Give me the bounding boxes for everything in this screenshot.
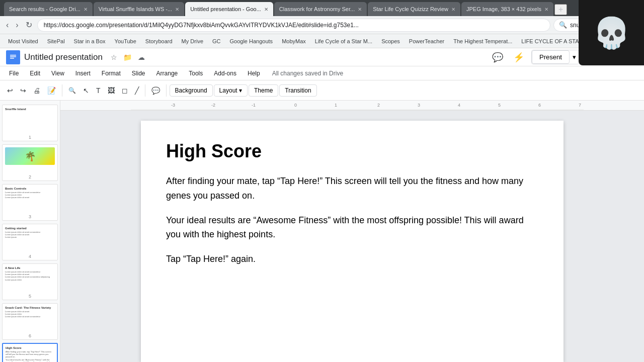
close-tab-2[interactable]: ✕: [175, 7, 179, 12]
comments-icon[interactable]: 💬: [489, 50, 506, 65]
slide-canvas-wrapper: High Score After finding your mate, tap …: [60, 111, 644, 362]
bookmark-most-visited[interactable]: Most Visited: [4, 37, 42, 46]
reload-button[interactable]: ↻: [24, 18, 34, 32]
close-tab-3[interactable]: ✕: [264, 7, 268, 12]
toolbar-print[interactable]: 🖨: [30, 84, 43, 97]
bookmark-highest-temp[interactable]: The Highest Temperat...: [449, 37, 516, 46]
slide-body: After finding your mate, tap “Tap Here!”…: [166, 174, 538, 266]
bookmark-scopes[interactable]: Scopes: [377, 37, 404, 46]
toolbar-select[interactable]: ↖: [80, 84, 92, 97]
tab-label-4: Classwork for Astronomy Ser...: [279, 6, 355, 12]
browser-tab-4[interactable]: Classwork for Astronomy Ser... ✕: [274, 2, 367, 16]
back-button[interactable]: ‹: [4, 19, 11, 32]
bookmark-gc[interactable]: GC: [208, 37, 225, 46]
present-dropdown[interactable]: ▾: [570, 51, 579, 63]
present-label: Present: [539, 53, 562, 61]
slide-6-content: Snack Card: The Fitness Variety Lorem ip…: [4, 305, 56, 332]
menu-view[interactable]: View: [46, 68, 69, 79]
slide-thumb-5[interactable]: A New Life Lorem ipsum dolor sit amet co…: [2, 263, 58, 300]
slide-thumb-2[interactable]: 🌴 2: [2, 144, 58, 181]
slide-5-content: A New Life Lorem ipsum dolor sit amet co…: [4, 265, 56, 293]
separator-1: [62, 84, 62, 97]
tab-label-5: Star Life Cycle Quizizz Review: [373, 6, 448, 12]
slide-thumb-6[interactable]: Snack Card: The Fitness Variety Lorem ip…: [2, 303, 58, 340]
toolbar-zoom[interactable]: 🔍: [65, 85, 79, 96]
toolbar-line[interactable]: ╱: [132, 84, 142, 97]
tab-label-6: JPEG Image, 383 × 432 pixels: [466, 6, 541, 12]
address-row: ‹ › ↻ https://docs.google.com/presentati…: [0, 16, 644, 34]
menu-addons[interactable]: Add-ons: [209, 68, 242, 79]
slide-thumb-4[interactable]: Getting started Lorem ipsum dolor sit am…: [2, 224, 58, 260]
toolbar-comment[interactable]: 💬: [148, 84, 163, 97]
menu-format[interactable]: Format: [97, 68, 126, 79]
slide-3-content: Basic Controls Lorem ipsum dolor sit ame…: [4, 186, 56, 213]
bookmark-powerteacher[interactable]: PowerTeacher: [405, 37, 448, 46]
svg-text:4: 4: [458, 103, 460, 108]
close-tab-1[interactable]: ✕: [84, 7, 88, 12]
close-tab-4[interactable]: ✕: [358, 7, 362, 12]
star-icon[interactable]: ☆: [109, 52, 119, 62]
menu-tools[interactable]: Tools: [184, 68, 208, 79]
bookmark-youtube[interactable]: YouTube: [111, 37, 140, 46]
address-bar[interactable]: https://docs.google.com/presentation/d/1…: [37, 19, 550, 32]
bookmark-mobymax[interactable]: MobyMax: [278, 37, 310, 46]
browser-tab-6[interactable]: JPEG Image, 383 × 432 pixels ✕: [461, 2, 553, 16]
cloud-saved-icon[interactable]: ☁: [136, 52, 147, 62]
slide-canvas[interactable]: High Score After finding your mate, tap …: [141, 121, 564, 362]
slide-thumb-3[interactable]: Basic Controls Lorem ipsum dolor sit ame…: [2, 184, 58, 221]
bookmark-google-hangouts[interactable]: Google Hangouts: [226, 37, 277, 46]
toolbar-spell-check[interactable]: 📝: [44, 84, 59, 97]
browser-tab-3[interactable]: Untitled presentation - Goo... ✕: [185, 2, 273, 16]
activity-icon[interactable]: ⚡: [510, 50, 527, 65]
menu-edit[interactable]: Edit: [25, 68, 45, 79]
transition-button[interactable]: Transition: [279, 84, 316, 97]
bookmark-storyboard[interactable]: Storyboard: [141, 37, 177, 46]
separator-3: [166, 84, 167, 97]
menu-slide[interactable]: Slide: [127, 68, 150, 79]
slide-para-3: Tap “Tap Here!” again.: [166, 252, 538, 266]
saved-message: All changes saved in Drive: [272, 70, 343, 77]
menu-bar: File Edit View Insert Format Slide Arran…: [0, 66, 644, 80]
slide-para-2: Your ideal results are “Awesome Fitness”…: [166, 213, 538, 242]
toolbar-text-box[interactable]: T: [93, 84, 104, 97]
toolbar: ↩ ↪ 🖨 📝 🔍 ↖ T 🖼 ◻ ╱ 💬 Background Layout …: [0, 80, 644, 101]
close-tab-5[interactable]: ✕: [451, 7, 455, 12]
slide-thumb-1[interactable]: Snurffle Island 1: [2, 105, 58, 141]
forward-button[interactable]: ›: [14, 19, 20, 32]
theme-button[interactable]: Theme: [249, 84, 278, 97]
slide-para-1: After finding your mate, tap “Tap Here!”…: [166, 174, 538, 203]
menu-help[interactable]: Help: [243, 68, 265, 79]
webcam-overlay: 💀: [579, 0, 644, 65]
present-button[interactable]: Present: [532, 50, 570, 64]
slide-thumb-7[interactable]: High Score After finding your mate, tap …: [2, 343, 58, 362]
separator-2: [145, 84, 145, 97]
svg-text:-3: -3: [171, 103, 175, 108]
menu-insert[interactable]: Insert: [70, 68, 96, 79]
bookmark-star-in-a-box[interactable]: Star in a Box: [70, 37, 110, 46]
layout-label: Layout: [219, 87, 237, 94]
toolbar-shapes[interactable]: ◻: [119, 84, 131, 97]
background-button[interactable]: Background: [170, 84, 213, 97]
browser-tab-2[interactable]: Virtual Snurffle Islands WS -... ✕: [94, 2, 184, 16]
svg-text:3: 3: [418, 103, 420, 108]
toolbar-redo[interactable]: ↪: [17, 84, 29, 97]
svg-rect-1: [10, 55, 16, 56]
folder-icon[interactable]: 📁: [121, 52, 134, 62]
browser-tab-1[interactable]: Search results - Google Dri... ✕: [4, 2, 93, 16]
bookmark-sitepal[interactable]: SitePal: [43, 37, 69, 46]
menu-arrange[interactable]: Arrange: [151, 68, 183, 79]
close-tab-6[interactable]: ✕: [544, 7, 548, 12]
new-tab-button[interactable]: +: [554, 4, 567, 15]
bookmark-my-drive[interactable]: My Drive: [178, 37, 207, 46]
layout-button[interactable]: Layout ▾: [214, 84, 248, 97]
tab-label-1: Search results - Google Dri...: [9, 6, 80, 12]
menu-file[interactable]: File: [4, 68, 24, 79]
svg-text:0: 0: [294, 103, 297, 108]
browser-tab-5[interactable]: Star Life Cycle Quizizz Review ✕: [368, 2, 460, 16]
docs-header: Untitled presentation ☆ 📁 ☁ 💬 ⚡ Present …: [0, 48, 644, 66]
bookmark-life-cycle[interactable]: Life Cycle of a Star M...: [311, 37, 376, 46]
toolbar-image[interactable]: 🖼: [105, 84, 118, 97]
slide-1-content: Snurffle Island: [4, 106, 56, 134]
toolbar-undo[interactable]: ↩: [4, 84, 16, 97]
slide-2-content: 🌴: [4, 146, 56, 173]
